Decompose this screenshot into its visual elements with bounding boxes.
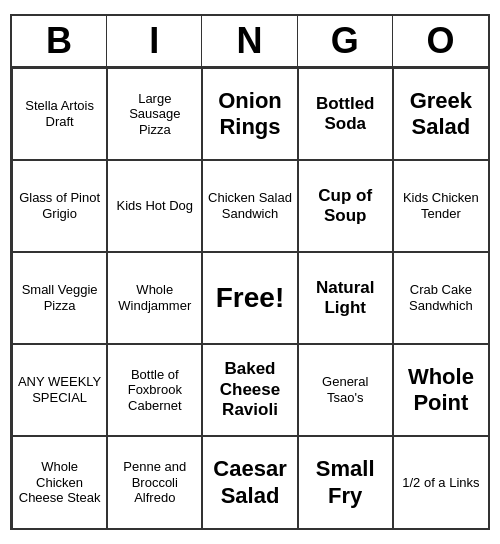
bingo-cell-2: Onion Rings xyxy=(202,68,297,160)
header-letter-b: B xyxy=(12,16,107,66)
bingo-cell-6: Kids Hot Dog xyxy=(107,160,202,252)
bingo-cell-18: General Tsao's xyxy=(298,344,393,436)
bingo-cell-17: Baked Cheese Ravioli xyxy=(202,344,297,436)
bingo-cell-12: Free! xyxy=(202,252,297,344)
bingo-cell-10: Small Veggie Pizza xyxy=(12,252,107,344)
bingo-cell-20: Whole Chicken Cheese Steak xyxy=(12,436,107,528)
header-letter-n: N xyxy=(202,16,297,66)
bingo-cell-5: Glass of Pinot Grigio xyxy=(12,160,107,252)
bingo-header: BINGO xyxy=(12,16,488,68)
bingo-cell-1: Large Sausage Pizza xyxy=(107,68,202,160)
header-letter-g: G xyxy=(298,16,393,66)
bingo-cell-14: Crab Cake Sandwhich xyxy=(393,252,488,344)
bingo-cell-8: Cup of Soup xyxy=(298,160,393,252)
bingo-cell-7: Chicken Salad Sandwich xyxy=(202,160,297,252)
bingo-cell-0: Stella Artois Draft xyxy=(12,68,107,160)
bingo-cell-23: Small Fry xyxy=(298,436,393,528)
bingo-cell-11: Whole Windjammer xyxy=(107,252,202,344)
bingo-cell-13: Natural Light xyxy=(298,252,393,344)
bingo-cell-24: 1/2 of a Links xyxy=(393,436,488,528)
bingo-cell-22: Caesar Salad xyxy=(202,436,297,528)
bingo-card: BINGO Stella Artois DraftLarge Sausage P… xyxy=(10,14,490,530)
bingo-cell-19: Whole Point xyxy=(393,344,488,436)
bingo-grid: Stella Artois DraftLarge Sausage PizzaOn… xyxy=(12,68,488,528)
header-letter-i: I xyxy=(107,16,202,66)
bingo-cell-3: Bottled Soda xyxy=(298,68,393,160)
bingo-cell-9: Kids Chicken Tender xyxy=(393,160,488,252)
bingo-cell-4: Greek Salad xyxy=(393,68,488,160)
header-letter-o: O xyxy=(393,16,488,66)
bingo-cell-15: ANY WEEKLY SPECIAL xyxy=(12,344,107,436)
bingo-cell-21: Penne and Broccoli Alfredo xyxy=(107,436,202,528)
bingo-cell-16: Bottle of Foxbrook Cabernet xyxy=(107,344,202,436)
